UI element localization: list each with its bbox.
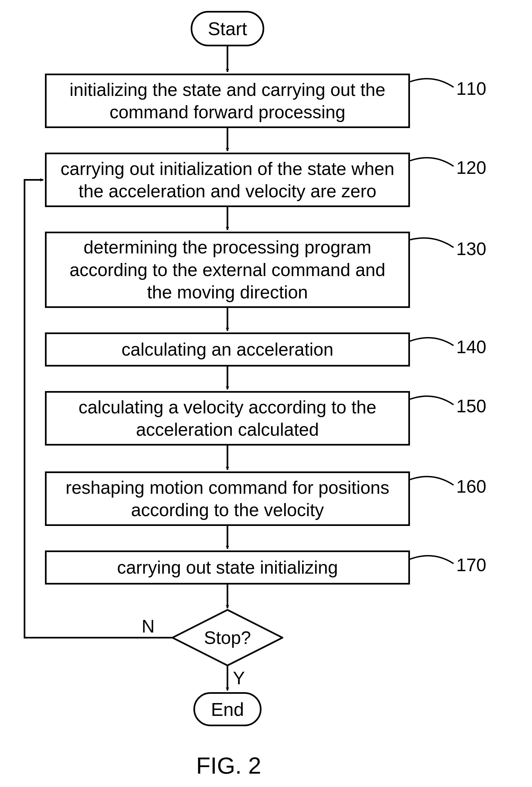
flowchart-figure: Start initializing the state and carryin… bbox=[0, 0, 532, 787]
connectors bbox=[0, 0, 532, 787]
